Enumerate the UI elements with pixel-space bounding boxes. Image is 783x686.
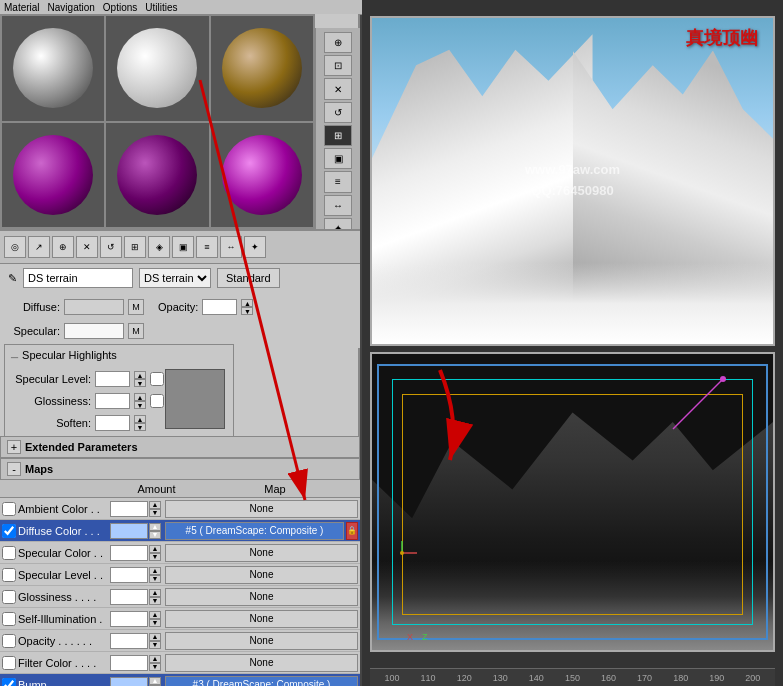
filter-color-checkbox[interactable]	[2, 656, 16, 670]
side-btn-7[interactable]: ≡	[324, 171, 352, 192]
toolbar-btn-5[interactable]: ↺	[100, 236, 122, 258]
spec-level-up[interactable]: ▲	[134, 371, 146, 379]
self-illum-spinner[interactable]: ▲ ▼	[149, 611, 161, 627]
glossiness-input[interactable]: 25	[95, 393, 130, 409]
side-btn-2[interactable]: ⊡	[324, 55, 352, 76]
self-illum-up[interactable]: ▲	[149, 611, 161, 619]
glossiness-map-down[interactable]: ▼	[149, 597, 161, 605]
side-btn-3[interactable]: ✕	[324, 78, 352, 99]
glossiness-map-checkbox[interactable]	[2, 590, 16, 604]
specular-level-spinner[interactable]: ▲ ▼	[149, 567, 161, 583]
opacity-input[interactable]: 100	[202, 299, 237, 315]
toolbar-btn-9[interactable]: ≡	[196, 236, 218, 258]
menu-utilities[interactable]: Utilities	[145, 2, 177, 13]
mat-cell-5[interactable]	[106, 123, 208, 228]
diffuse-amount-spinner[interactable]: ▲ ▼	[149, 523, 161, 539]
specular-color-map-button[interactable]: None	[165, 544, 358, 562]
mat-cell-4[interactable]	[2, 123, 104, 228]
specular-level-down[interactable]: ▼	[149, 575, 161, 583]
ambient-amount-input[interactable]: 100	[110, 501, 148, 517]
self-illum-amount-input[interactable]: 100	[110, 611, 148, 627]
self-illum-map-button[interactable]: None	[165, 610, 358, 628]
bump-amount-input[interactable]: 10	[110, 677, 148, 687]
material-type-button[interactable]: Standard	[217, 268, 280, 288]
self-illum-down[interactable]: ▼	[149, 619, 161, 627]
side-btn-6[interactable]: ▣	[324, 148, 352, 169]
filter-color-spinner[interactable]: ▲ ▼	[149, 655, 161, 671]
spec-level-input[interactable]: 5	[95, 371, 130, 387]
material-name-input[interactable]	[23, 268, 133, 288]
opacity-spin-up[interactable]: ▲	[241, 299, 253, 307]
opacity-map-checkbox[interactable]	[2, 634, 16, 648]
specular-m-button[interactable]: M	[128, 323, 144, 339]
ambient-checkbox[interactable]	[2, 502, 16, 516]
opacity-map-amount-input[interactable]: 100	[110, 633, 148, 649]
specular-level-up[interactable]: ▲	[149, 567, 161, 575]
bump-map-button[interactable]: #3 ( DreamScape: Composite )	[165, 676, 358, 687]
ambient-amount-up[interactable]: ▲	[149, 501, 161, 509]
soften-input[interactable]: 0.1	[95, 415, 130, 431]
bump-up[interactable]: ▲	[149, 677, 161, 685]
filter-color-amount-input[interactable]: 100	[110, 655, 148, 671]
diffuse-amount-down[interactable]: ▼	[149, 531, 161, 539]
toolbar-btn-7[interactable]: ◈	[148, 236, 170, 258]
menu-options[interactable]: Options	[103, 2, 137, 13]
diffuse-map-lock[interactable]: 🔒	[346, 522, 358, 540]
filter-color-down[interactable]: ▼	[149, 663, 161, 671]
ambient-map-button[interactable]: None	[165, 500, 358, 518]
toolbar-btn-6[interactable]: ⊞	[124, 236, 146, 258]
mat-cell-3[interactable]	[211, 16, 313, 121]
glossiness-spinner[interactable]: ▲ ▼	[134, 393, 146, 409]
maps-toggle-button[interactable]: -	[7, 462, 21, 476]
mat-cell-1[interactable]	[2, 16, 104, 121]
opacity-map-up[interactable]: ▲	[149, 633, 161, 641]
bump-checkbox[interactable]	[2, 678, 16, 687]
soften-spinner[interactable]: ▲ ▼	[134, 415, 146, 431]
side-btn-4[interactable]: ↺	[324, 102, 352, 123]
soften-up[interactable]: ▲	[134, 415, 146, 423]
specular-color-amount-input[interactable]: 100	[110, 545, 148, 561]
glossiness-map-amount-input[interactable]: 100	[110, 589, 148, 605]
diffuse-map-button[interactable]: #5 ( DreamScape: Composite )	[165, 522, 344, 540]
glossiness-checkbox[interactable]	[150, 394, 164, 408]
diffuse-amount-input[interactable]: 100	[110, 523, 148, 539]
ambient-amount-spinner[interactable]: ▲ ▼	[149, 501, 161, 517]
specular-color-up[interactable]: ▲	[149, 545, 161, 553]
toolbar-btn-10[interactable]: ↔	[220, 236, 242, 258]
glossiness-map-up[interactable]: ▲	[149, 589, 161, 597]
mat-cell-6[interactable]	[211, 123, 313, 228]
ambient-amount-down[interactable]: ▼	[149, 509, 161, 517]
specular-level-amount-input[interactable]: 100	[110, 567, 148, 583]
toolbar-btn-11[interactable]: ✦	[244, 236, 266, 258]
extended-params-toggle[interactable]: +	[7, 440, 21, 454]
opacity-spin-down[interactable]: ▼	[241, 307, 253, 315]
glossiness-map-button[interactable]: None	[165, 588, 358, 606]
side-btn-5[interactable]: ⊞	[324, 125, 352, 146]
opacity-map-spinner[interactable]: ▲ ▼	[149, 633, 161, 649]
specular-color-checkbox[interactable]	[2, 546, 16, 560]
diffuse-m-button[interactable]: M	[128, 299, 144, 315]
specular-color-spinner[interactable]: ▲ ▼	[149, 545, 161, 561]
filter-color-map-button[interactable]: None	[165, 654, 358, 672]
glossiness-map-spinner[interactable]: ▲ ▼	[149, 589, 161, 605]
menu-material[interactable]: Material	[4, 2, 40, 13]
mat-cell-2[interactable]	[106, 16, 208, 121]
diffuse-checkbox[interactable]	[2, 524, 16, 538]
toolbar-btn-2[interactable]: ↗	[28, 236, 50, 258]
bump-spinner[interactable]: ▲ ▼	[149, 677, 161, 687]
specular-level-map-button[interactable]: None	[165, 566, 358, 584]
opacity-map-down[interactable]: ▼	[149, 641, 161, 649]
side-btn-1[interactable]: ⊕	[324, 32, 352, 53]
glossiness-up[interactable]: ▲	[134, 393, 146, 401]
self-illum-checkbox[interactable]	[2, 612, 16, 626]
soften-down[interactable]: ▼	[134, 423, 146, 431]
spec-level-checkbox[interactable]	[150, 372, 164, 386]
specular-swatch[interactable]	[64, 323, 124, 339]
side-btn-8[interactable]: ↔	[324, 195, 352, 216]
material-name-dropdown[interactable]: DS terrain	[139, 268, 211, 288]
specular-color-down[interactable]: ▼	[149, 553, 161, 561]
menu-navigation[interactable]: Navigation	[48, 2, 95, 13]
filter-color-up[interactable]: ▲	[149, 655, 161, 663]
diffuse-swatch[interactable]	[64, 299, 124, 315]
opacity-map-button[interactable]: None	[165, 632, 358, 650]
